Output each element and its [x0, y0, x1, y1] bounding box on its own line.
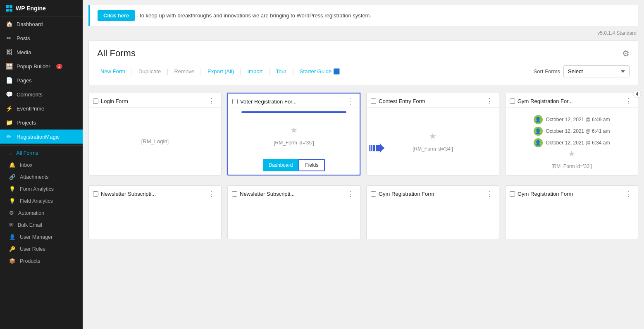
form-star-icon: ★	[290, 125, 298, 135]
export-link[interactable]: Export (All)	[204, 67, 237, 76]
form-progress-bar	[241, 111, 346, 113]
sidebar-sub-label: All Forms	[16, 150, 38, 156]
form-card-gym-3: Gym Registration Form ⋮	[505, 185, 638, 239]
sidebar-sub-label: Attachments	[20, 174, 48, 180]
form-card-title: Newsletter Subscripti...	[240, 191, 343, 197]
click-here-button[interactable]: Click here	[98, 10, 135, 21]
sidebar-sub-label: Inbox	[20, 162, 33, 168]
sidebar-item-projects[interactable]: 📁 Projects	[0, 115, 83, 130]
remove-link[interactable]: Remove	[171, 67, 197, 76]
form-card-menu-icon[interactable]: ⋮	[623, 97, 634, 105]
sidebar-item-user-roles[interactable]: 🔑 User Roles	[0, 243, 83, 255]
sidebar-item-label: Popup Builder	[17, 63, 50, 70]
form-card-login: Login Form ⋮ [RM_Login]	[88, 93, 222, 175]
form-card-title: Newsletter Subscripti...	[101, 191, 204, 197]
sidebar-item-dashboard[interactable]: 🏠 Dashboard	[0, 17, 83, 31]
sidebar-item-field-analytics[interactable]: 💡 Field Analytics	[0, 195, 83, 207]
sidebar-item-attachments[interactable]: 🔗 Attachments	[0, 171, 83, 183]
attachments-icon: 🔗	[9, 174, 16, 180]
sidebar-item-products[interactable]: 📦 Products	[0, 255, 83, 267]
sidebar: WP Engine 🏠 Dashboard ✏ Posts 🖼 Media 🪟 …	[0, 0, 83, 329]
form-star-icon: ★	[568, 149, 575, 158]
sidebar-item-bulk-email[interactable]: ✉ Bulk Email	[0, 219, 83, 231]
sidebar-item-popup-builder[interactable]: 🪟 Popup Builder 2	[0, 59, 83, 73]
form-card-title: Gym Registration Form	[379, 191, 482, 197]
form-card-checkbox[interactable]	[93, 98, 98, 104]
form-card-checkbox[interactable]	[510, 98, 515, 104]
sidebar-item-automation[interactable]: ⚙ Automation	[0, 207, 83, 219]
form-card-checkbox[interactable]	[371, 191, 376, 197]
entry-date: October 12, 2021 @ 6:41 am	[546, 128, 610, 134]
form-card-checkbox[interactable]	[93, 191, 98, 197]
sidebar-item-form-analytics[interactable]: 💡 Form Analytics	[0, 183, 83, 195]
import-link[interactable]: Import	[244, 67, 266, 76]
new-form-link[interactable]: New Form	[97, 67, 129, 76]
user-avatar: 👤	[534, 138, 543, 147]
popup-builder-icon: 🪟	[6, 63, 12, 70]
sidebar-item-label: Posts	[17, 35, 30, 41]
forms-grid-row1: Login Form ⋮ [RM_Login] Voter Registrati…	[88, 93, 638, 175]
form-card-checkbox[interactable]	[232, 99, 238, 104]
form-card-title: Voter Registration For...	[240, 98, 342, 105]
form-card-menu-icon[interactable]: ⋮	[484, 190, 495, 197]
field-analytics-icon: 💡	[9, 198, 16, 204]
sidebar-item-pages[interactable]: 📄 Pages	[0, 73, 83, 87]
user-entry-2: 👤 October 12, 2021 @ 6:41 am	[534, 125, 610, 137]
form-card-checkbox[interactable]	[371, 98, 376, 104]
dashboard-button[interactable]: Dashboard	[263, 159, 299, 171]
products-icon: 📦	[9, 258, 16, 264]
eventprime-icon: ⚡	[6, 105, 12, 112]
sidebar-item-all-forms[interactable]: ≡ All Forms	[0, 147, 83, 159]
sort-select[interactable]: Select Name A-Z Name Z-A Newest Oldest	[563, 65, 630, 77]
page-title: All Forms	[97, 48, 136, 59]
starter-guide-link[interactable]: Starter Guide 🟦	[296, 67, 343, 76]
sidebar-item-eventprime[interactable]: ⚡ EventPrime	[0, 101, 83, 115]
form-card-newsletter-1: Newsletter Subscripti... ⋮	[88, 185, 222, 239]
inbox-icon: 🔔	[9, 162, 16, 168]
form-card-voter: Voter Registration For... ⋮ ★ [RM_Form i…	[227, 93, 360, 175]
form-card-menu-icon[interactable]: ⋮	[623, 190, 634, 197]
settings-icon[interactable]: ⚙	[622, 48, 630, 58]
pages-icon: 📄	[6, 77, 12, 84]
form-card-title: Gym Registration For...	[518, 98, 620, 104]
sidebar-logo[interactable]: WP Engine	[0, 0, 83, 17]
user-avatar: 👤	[534, 127, 543, 136]
form-card-menu-icon[interactable]: ⋮	[484, 97, 495, 105]
form-card-menu-icon[interactable]: ⋮	[345, 98, 355, 105]
form-card-header: Contest Entry Form ⋮	[367, 93, 499, 108]
sidebar-item-label: RegistrationMagic	[17, 134, 60, 140]
form-analytics-icon: 💡	[9, 186, 16, 192]
sidebar-item-inbox[interactable]: 🔔 Inbox	[0, 159, 83, 171]
forms-panel: All Forms ⚙ New Form | Duplicate | Remov…	[88, 40, 638, 85]
form-card-menu-icon[interactable]: ⋮	[206, 97, 217, 105]
sidebar-item-registrationmagic[interactable]: ✏ RegistrationMagic	[0, 130, 83, 144]
form-card-checkbox[interactable]	[510, 191, 515, 197]
tour-link[interactable]: Tour	[273, 67, 290, 76]
sidebar-item-label: Dashboard	[17, 21, 43, 27]
form-card-header: Login Form ⋮	[89, 93, 221, 108]
form-card-menu-icon[interactable]: ⋮	[345, 190, 356, 197]
form-card-checkbox[interactable]	[232, 191, 237, 197]
user-entry-3: 👤 October 12, 2021 @ 6:34 am	[534, 137, 610, 149]
sidebar-sub-label: User Manager	[20, 234, 52, 240]
wp-engine-icon	[6, 5, 12, 12]
sidebar-item-comments[interactable]: 💬 Comments	[0, 87, 83, 101]
sort-forms-wrapper: Sort Forms Select Name A-Z Name Z-A Newe…	[534, 65, 630, 77]
form-card-contest: Contest Entry Form ⋮ ★ [RM_Form id='34']	[366, 93, 499, 175]
sidebar-item-posts[interactable]: ✏ Posts	[0, 31, 83, 45]
form-card-body: ★ [RM_Form id='35']	[228, 115, 360, 156]
form-shortcode: [RM_Form id='34']	[413, 146, 453, 152]
duplicate-link[interactable]: Duplicate	[135, 67, 164, 76]
sidebar-item-label: EventPrime	[17, 106, 44, 112]
sidebar-sub-label: Products	[20, 258, 40, 264]
sidebar-item-user-manager[interactable]: 👤 User Manager	[0, 231, 83, 243]
fields-button[interactable]: Fields	[298, 159, 325, 171]
form-shortcode: [RM_Form id='35']	[274, 140, 314, 146]
entry-date: October 12, 2021 @ 6:34 am	[546, 140, 610, 146]
sidebar-item-media[interactable]: 🖼 Media	[0, 45, 83, 59]
form-card-menu-icon[interactable]: ⋮	[206, 190, 217, 197]
all-forms-icon: ≡	[9, 150, 12, 156]
version-bar: v5.0.1.4 Standard	[83, 29, 644, 38]
form-card-title: Login Form	[101, 98, 204, 104]
forms-toolbar: New Form | Duplicate | Remove | Export (…	[97, 65, 630, 77]
